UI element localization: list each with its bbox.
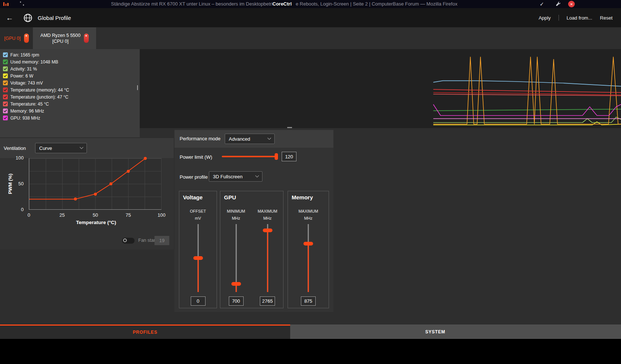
sensor-legend-item[interactable]: Used memory: 1048 MB [0, 58, 140, 65]
ventilation-mode-dropdown[interactable]: Curve [35, 143, 87, 153]
reset-button[interactable]: Reset [600, 15, 612, 21]
gpu-group: GPU MINIMUM MHz 700 MAXIMUM MHz [220, 191, 284, 308]
sensor-legend-item[interactable]: Voltage: 743 mV [0, 79, 140, 86]
chevron-down-icon [80, 145, 84, 149]
tray-bar [7, 3, 9, 6]
sensor-label: Power: 6 W [10, 73, 33, 79]
voltage-group-title: Voltage [183, 194, 203, 200]
gpu-max-slider[interactable] [262, 224, 273, 292]
cpu-name: AMD Ryzen 5 5500 [40, 33, 80, 38]
fan-curve-x-axis-label: Temperature (°C) [59, 220, 133, 225]
sensor-label: Voltage: 743 mV [10, 80, 43, 86]
check-icon[interactable]: ✓ [540, 1, 544, 7]
power-profile-label: Power profile [180, 174, 208, 180]
performance-mode-label: Performance mode [180, 136, 221, 141]
sensor-legend: Fan: 1565 rpmUsed memory: 1048 MBActivit… [0, 49, 140, 137]
sensor-checkbox[interactable] [3, 59, 8, 64]
power-profile-dropdown[interactable]: 3D Fullscreen [209, 171, 262, 182]
splitter-handle-horizontal[interactable] [287, 127, 292, 128]
tab-system-label: SYSTEM [425, 329, 445, 334]
memory-max-slider[interactable] [303, 224, 314, 292]
sensor-legend-item[interactable]: Activity: 31 % [0, 65, 140, 72]
slider-handle[interactable] [263, 229, 272, 232]
x-tick: 0 [21, 212, 36, 218]
slider-fill [308, 244, 309, 292]
cpu-id: [CPU 0] [52, 39, 69, 44]
sensor-label: Temperature (junction): 47 °C [10, 95, 68, 100]
slider-fill [197, 258, 198, 292]
voltage-offset-label: OFFSET [190, 209, 206, 213]
power-limit-value[interactable]: 120 [282, 152, 296, 161]
sensor-graph-plot [140, 49, 621, 128]
close-button[interactable]: ✕ [568, 1, 575, 7]
sensor-checkbox[interactable] [3, 95, 8, 99]
sensor-legend-item[interactable]: Temperature (junction): 47 °C [0, 93, 140, 100]
slider-handle[interactable] [303, 242, 313, 245]
sensor-checkbox[interactable] [3, 66, 8, 71]
curve-point[interactable] [127, 170, 130, 173]
splitter-handle-vertical[interactable] [137, 85, 138, 90]
sensor-legend-item[interactable]: Power: 6 W [0, 72, 140, 79]
tray-icon[interactable] [3, 1, 9, 7]
ventilation-panel: Ventilation Curve PWM (%) 100 50 0 0 25 … [0, 138, 174, 250]
curve-point[interactable] [144, 157, 147, 160]
sensor-checkbox[interactable] [3, 116, 8, 120]
tab-gpu0[interactable]: [GPU 0] [0, 27, 33, 49]
dropdown-value: Curve [39, 145, 52, 151]
sensor-legend-item[interactable]: GPU: 938 MHz [0, 114, 140, 121]
sensor-checkbox[interactable] [3, 80, 8, 85]
tab-system[interactable]: SYSTEM [290, 324, 621, 339]
curve-point[interactable] [94, 193, 97, 196]
slider-track [222, 156, 278, 157]
gpu-min-slider[interactable] [231, 224, 242, 292]
sensor-checkbox[interactable] [3, 102, 8, 106]
power-limit-slider[interactable] [222, 153, 278, 160]
fan-start-toggle[interactable] [122, 238, 135, 244]
voltage-group: Voltage OFFSET mV 0 [179, 191, 217, 308]
gpu-min-value[interactable]: 700 [229, 296, 244, 306]
sensor-legend-item[interactable]: Temperature: 45 °C [0, 100, 140, 107]
performance-mode-dropdown[interactable]: Advanced [225, 134, 275, 144]
y-tick: 50 [5, 181, 24, 186]
desktop-background [0, 339, 621, 364]
gpu-maximum-label: MAXIMUM [258, 209, 277, 213]
sensor-label: Temperature: 45 °C [10, 102, 49, 107]
close-icon: ✕ [570, 2, 573, 6]
fan-start-value[interactable]: 19 [155, 236, 169, 245]
sensor-checkbox[interactable] [3, 52, 8, 57]
background-window-title: Ständige Abstürze mit RX 6700 XT unter L… [78, 1, 273, 7]
curve-point[interactable] [74, 198, 77, 200]
sensor-legend-item[interactable]: Memory: 96 MHz [0, 107, 140, 114]
memory-maximum-label: MAXIMUM [298, 209, 318, 213]
back-button[interactable]: ← [6, 14, 13, 21]
sensor-label: Temperature (memory): 44 °C [10, 87, 69, 93]
apply-button[interactable]: Apply [539, 15, 551, 21]
sensor-legend-item[interactable]: Temperature (memory): 44 °C [0, 86, 140, 93]
voltage-offset-value[interactable]: 0 [191, 296, 206, 306]
wrench-icon[interactable] [555, 1, 561, 7]
gpu-max-unit-label: MHz [263, 216, 272, 220]
sensor-checkbox[interactable] [3, 87, 8, 92]
tab-cpu0[interactable]: AMD Ryzen 5 5500 [CPU 0] [33, 27, 96, 49]
y-tick: 0 [5, 207, 24, 212]
voltage-unit-label: mV [195, 216, 201, 220]
curve-point[interactable] [109, 182, 112, 185]
slider-handle[interactable] [193, 256, 203, 260]
ventilation-label: Ventilation [4, 145, 26, 151]
memory-max-value[interactable]: 875 [301, 296, 316, 306]
gpu-max-value[interactable]: 2765 [260, 296, 275, 306]
voltage-offset-slider[interactable] [193, 224, 204, 292]
x-tick: 75 [121, 212, 136, 218]
gpu-chip-icon [24, 34, 29, 43]
load-from-button[interactable]: Load from... [567, 15, 592, 21]
app-header: ← Global Profile Apply Load from... Rese… [0, 8, 621, 27]
tab-cpu0-label: AMD Ryzen 5 5500 [CPU 0] [40, 32, 80, 44]
tab-profiles[interactable]: PROFILES [0, 324, 290, 339]
sensor-checkbox[interactable] [3, 73, 8, 78]
slider-handle[interactable] [275, 153, 278, 160]
background-window-title-right: e Reboots, Login-Screen | Seite 2 | Comp… [296, 1, 537, 7]
slider-handle[interactable] [231, 282, 241, 286]
ventilation-header: Ventilation [0, 138, 174, 158]
sensor-legend-item[interactable]: Fan: 1565 rpm [0, 51, 140, 58]
sensor-checkbox[interactable] [3, 109, 8, 113]
